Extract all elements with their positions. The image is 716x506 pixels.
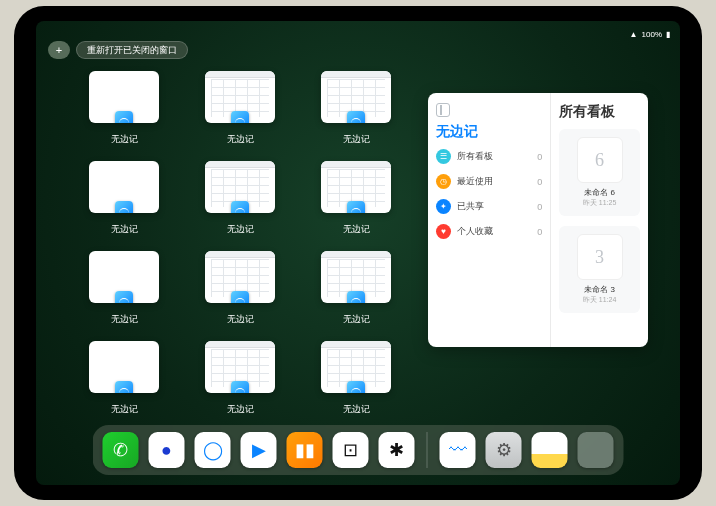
freeform-panel: • • • 无边记 ☰所有看板0◷最近使用0✦已共享0♥个人收藏0 所有看板 6… bbox=[428, 93, 648, 347]
tile-label: 无边记 bbox=[343, 313, 370, 326]
category-label: 已共享 bbox=[457, 200, 484, 213]
panel-right-title: 所有看板 bbox=[559, 103, 640, 121]
panel-content: 所有看板 6未命名 6昨天 11:253未命名 3昨天 11:24 bbox=[551, 93, 648, 347]
panel-category-row[interactable]: ✦已共享0 bbox=[436, 199, 542, 214]
dock: ✆●◯▶▮▮⊡✱〰⚙ bbox=[93, 425, 624, 475]
tile-thumbnail bbox=[321, 251, 391, 303]
tile-label: 无边记 bbox=[227, 403, 254, 416]
tile-label: 无边记 bbox=[111, 133, 138, 146]
panel-category-list: ☰所有看板0◷最近使用0✦已共享0♥个人收藏0 bbox=[436, 149, 542, 239]
dock-separator bbox=[427, 432, 428, 468]
app-tile[interactable]: 无边记 bbox=[312, 251, 400, 329]
tile-label: 无边记 bbox=[227, 133, 254, 146]
panel-card-list: 6未命名 6昨天 11:253未命名 3昨天 11:24 bbox=[559, 129, 640, 313]
top-controls: + 重新打开已关闭的窗口 bbox=[48, 41, 188, 59]
tile-thumbnail bbox=[89, 71, 159, 123]
dock-media-icon[interactable]: ▶ bbox=[241, 432, 277, 468]
freeform-app-icon bbox=[347, 381, 365, 393]
tile-thumbnail bbox=[205, 71, 275, 123]
board-timestamp: 昨天 11:24 bbox=[583, 295, 616, 305]
tile-thumbnail bbox=[89, 251, 159, 303]
category-count: 0 bbox=[537, 177, 542, 187]
tile-label: 无边记 bbox=[343, 403, 370, 416]
board-thumbnail: 6 bbox=[577, 137, 623, 183]
status-bar: ▲ 100% ▮ bbox=[46, 27, 670, 41]
freeform-app-icon bbox=[115, 381, 133, 393]
battery-label: 100% bbox=[642, 30, 662, 39]
dock-qqbrowser-icon[interactable]: ◯ bbox=[195, 432, 231, 468]
reopen-closed-window-button[interactable]: 重新打开已关闭的窗口 bbox=[76, 41, 188, 59]
dock-connect-icon[interactable]: ✱ bbox=[379, 432, 415, 468]
freeform-app-icon bbox=[115, 201, 133, 213]
tile-thumbnail bbox=[321, 341, 391, 393]
tile-thumbnail bbox=[205, 161, 275, 213]
sidebar-toggle-icon[interactable] bbox=[436, 103, 450, 117]
tile-thumbnail bbox=[205, 341, 275, 393]
app-tile[interactable]: 无边记 bbox=[312, 341, 400, 419]
wifi-icon: ▲ bbox=[630, 30, 638, 39]
panel-category-row[interactable]: ♥个人收藏0 bbox=[436, 224, 542, 239]
dock-wechat-icon[interactable]: ✆ bbox=[103, 432, 139, 468]
board-thumbnail: 3 bbox=[577, 234, 623, 280]
board-timestamp: 昨天 11:25 bbox=[583, 198, 616, 208]
panel-more-icon[interactable]: • • • bbox=[620, 93, 644, 97]
app-tile[interactable]: 无边记 bbox=[80, 341, 168, 419]
ipad-frame: ▲ 100% ▮ + 重新打开已关闭的窗口 无边记无边记无边记无边记无边记无边记… bbox=[14, 6, 702, 500]
dock-app-library-icon[interactable] bbox=[578, 432, 614, 468]
freeform-app-icon bbox=[347, 291, 365, 303]
panel-category-row[interactable]: ☰所有看板0 bbox=[436, 149, 542, 164]
app-tile[interactable]: 无边记 bbox=[80, 251, 168, 329]
freeform-app-icon bbox=[231, 381, 249, 393]
dock-settings-icon[interactable]: ⚙ bbox=[486, 432, 522, 468]
category-count: 0 bbox=[537, 227, 542, 237]
tile-label: 无边记 bbox=[227, 313, 254, 326]
freeform-app-icon bbox=[347, 111, 365, 123]
tile-label: 无边记 bbox=[111, 403, 138, 416]
category-label: 个人收藏 bbox=[457, 225, 493, 238]
app-tile[interactable]: 无边记 bbox=[80, 71, 168, 149]
tile-thumbnail bbox=[89, 341, 159, 393]
tile-thumbnail bbox=[321, 71, 391, 123]
category-icon: ◷ bbox=[436, 174, 451, 189]
category-label: 最近使用 bbox=[457, 175, 493, 188]
freeform-app-icon bbox=[231, 291, 249, 303]
screen: ▲ 100% ▮ + 重新打开已关闭的窗口 无边记无边记无边记无边记无边记无边记… bbox=[36, 21, 680, 485]
tile-label: 无边记 bbox=[111, 223, 138, 236]
tile-thumbnail bbox=[205, 251, 275, 303]
board-name: 未命名 3 bbox=[584, 284, 615, 295]
battery-icon: ▮ bbox=[666, 30, 670, 39]
app-tile[interactable]: 无边记 bbox=[196, 341, 284, 419]
board-card[interactable]: 3未命名 3昨天 11:24 bbox=[559, 226, 640, 313]
freeform-app-icon bbox=[347, 201, 365, 213]
app-tile[interactable]: 无边记 bbox=[312, 71, 400, 149]
app-switcher-grid: 无边记无边记无边记无边记无边记无边记无边记无边记无边记无边记无边记无边记 bbox=[80, 71, 400, 419]
panel-category-row[interactable]: ◷最近使用0 bbox=[436, 174, 542, 189]
tile-label: 无边记 bbox=[111, 313, 138, 326]
category-icon: ✦ bbox=[436, 199, 451, 214]
freeform-app-icon bbox=[231, 111, 249, 123]
category-count: 0 bbox=[537, 202, 542, 212]
app-tile[interactable]: 无边记 bbox=[196, 161, 284, 239]
app-tile[interactable]: 无边记 bbox=[312, 161, 400, 239]
new-window-button[interactable]: + bbox=[48, 41, 70, 59]
tile-label: 无边记 bbox=[343, 133, 370, 146]
category-label: 所有看板 bbox=[457, 150, 493, 163]
category-icon: ♥ bbox=[436, 224, 451, 239]
dock-quark-icon[interactable]: ● bbox=[149, 432, 185, 468]
category-icon: ☰ bbox=[436, 149, 451, 164]
dock-dice-icon[interactable]: ⊡ bbox=[333, 432, 369, 468]
freeform-app-icon bbox=[231, 201, 249, 213]
tile-thumbnail bbox=[89, 161, 159, 213]
freeform-app-icon bbox=[115, 291, 133, 303]
board-card[interactable]: 6未命名 6昨天 11:25 bbox=[559, 129, 640, 216]
panel-left-title: 无边记 bbox=[436, 123, 542, 141]
app-tile[interactable]: 无边记 bbox=[196, 251, 284, 329]
dock-books-icon[interactable]: ▮▮ bbox=[287, 432, 323, 468]
category-count: 0 bbox=[537, 152, 542, 162]
dock-freeform-icon[interactable]: 〰 bbox=[440, 432, 476, 468]
dock-notes-icon[interactable] bbox=[532, 432, 568, 468]
app-tile[interactable]: 无边记 bbox=[80, 161, 168, 239]
panel-sidebar: 无边记 ☰所有看板0◷最近使用0✦已共享0♥个人收藏0 bbox=[428, 93, 551, 347]
app-tile[interactable]: 无边记 bbox=[196, 71, 284, 149]
tile-label: 无边记 bbox=[227, 223, 254, 236]
